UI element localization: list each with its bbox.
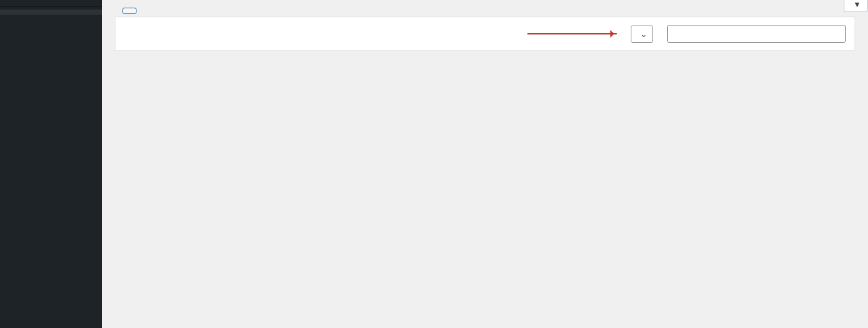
admin-sidebar bbox=[0, 0, 102, 328]
chevron-down-icon: ▼ bbox=[853, 0, 861, 9]
chevron-down-icon: ⌄ bbox=[640, 29, 647, 39]
filter-bar: ⌄ bbox=[115, 17, 855, 51]
content-area: ▼ ⌄ bbox=[102, 0, 868, 328]
annotation-arrow bbox=[527, 33, 617, 34]
help-tab[interactable]: ▼ bbox=[844, 0, 868, 12]
sidebar-submenu-plugins bbox=[0, 10, 102, 15]
upload-plugin-button[interactable] bbox=[122, 8, 136, 14]
search-type-select[interactable]: ⌄ bbox=[631, 26, 653, 43]
search-input[interactable] bbox=[667, 25, 846, 43]
